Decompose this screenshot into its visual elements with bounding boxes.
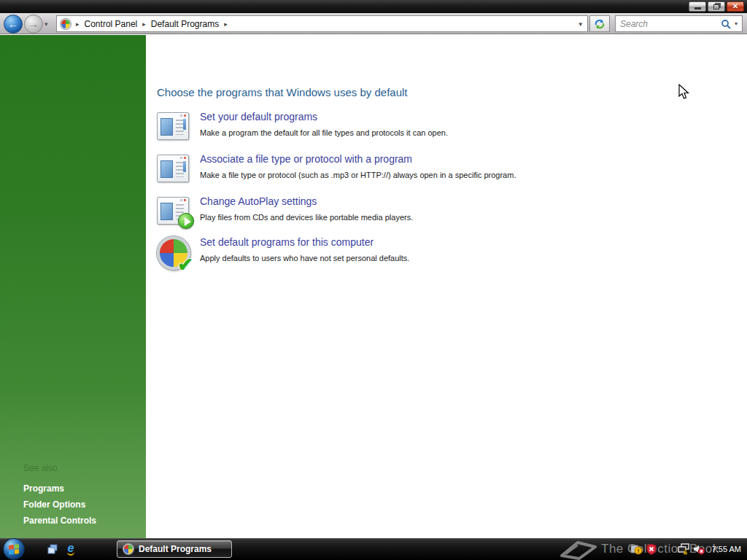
- page-title: Choose the programs that Windows uses by…: [157, 86, 408, 98]
- default-programs-window-icon: [157, 112, 189, 140]
- window-titlebar: ✕: [0, 0, 747, 13]
- quick-launch-switch-windows-button[interactable]: [46, 542, 59, 556]
- taskbar: e Default Programs The Collection Book !: [0, 538, 747, 560]
- task-description: Play files from CDs and devices like por…: [200, 213, 413, 222]
- close-button[interactable]: ✕: [727, 1, 744, 12]
- search-options-dropdown-icon[interactable]: ▾: [735, 20, 738, 27]
- sidebar-link-parental-controls[interactable]: Parental Controls: [23, 516, 96, 526]
- taskbar-clock[interactable]: 7:55 AM: [712, 538, 741, 560]
- breadcrumb-arrow-icon[interactable]: ▸: [219, 20, 233, 28]
- address-bar[interactable]: ▸ Control Panel ▸ Default Programs ▸ ▾: [56, 15, 588, 32]
- minimize-icon: [694, 7, 701, 9]
- taskbar-button-default-programs[interactable]: Default Programs: [117, 540, 232, 558]
- window-icon-dots: [184, 114, 186, 117]
- refresh-icon: [594, 19, 605, 29]
- autoplay-window-icon: [157, 197, 189, 225]
- svg-text:!: !: [638, 548, 640, 554]
- breadcrumb-control-panel[interactable]: Control Panel: [85, 19, 138, 29]
- window-controls: ✕: [689, 1, 744, 12]
- back-button[interactable]: ←: [4, 15, 23, 34]
- recent-pages-dropdown[interactable]: ▾: [44, 20, 48, 28]
- task-link[interactable]: Associate a file type or protocol with a…: [200, 153, 412, 165]
- default-programs-icon: [123, 544, 133, 554]
- computer-defaults-pinwheel-icon: ✔: [157, 236, 190, 270]
- task-description: Make a program the default for all file …: [200, 128, 448, 137]
- window-icon-dots: [184, 199, 186, 201]
- task-description: Make a file type or protocol (such as .m…: [200, 171, 516, 179]
- task-link[interactable]: Change AutoPlay settings: [200, 195, 317, 207]
- collection-book-logo-icon: [556, 538, 601, 560]
- default-programs-window-icon: [157, 155, 189, 182]
- window-icon-scrollbar: [183, 119, 186, 130]
- tray-update-alert-icon[interactable]: !: [630, 543, 642, 555]
- close-icon: ✕: [732, 3, 738, 10]
- taskbar-button-label: Default Programs: [139, 544, 212, 554]
- window-icon-document: [160, 160, 173, 178]
- quick-launch-internet-explorer-button[interactable]: e: [64, 542, 77, 556]
- task-link[interactable]: Set default programs for this computer: [200, 236, 374, 248]
- sidebar-green-pane: See also Programs Folder Options Parenta…: [0, 35, 146, 538]
- sidebar-link-folder-options[interactable]: Folder Options: [23, 499, 85, 510]
- window-icon-document: [160, 203, 173, 220]
- back-arrow-icon: ←: [8, 18, 18, 30]
- svg-text:!: !: [684, 550, 686, 555]
- windows-flag-icon: [9, 544, 19, 554]
- maximize-button[interactable]: [708, 1, 725, 12]
- sidebar-link-programs[interactable]: Programs: [23, 483, 64, 494]
- navigation-bar: ← → ▾ ▸ Control Panel ▸ Default Programs…: [0, 13, 747, 34]
- start-button[interactable]: [3, 538, 25, 560]
- forward-button[interactable]: →: [24, 15, 43, 34]
- breadcrumb-arrow-icon[interactable]: ▸: [71, 20, 85, 28]
- search-icon[interactable]: [721, 19, 731, 29]
- task-link[interactable]: Set your default programs: [200, 111, 317, 122]
- see-also-heading: See also: [23, 463, 58, 473]
- breadcrumb-arrow-icon[interactable]: ▸: [137, 20, 151, 28]
- address-dropdown-icon[interactable]: ▾: [578, 20, 584, 28]
- maximize-icon: [713, 4, 719, 9]
- tray-network-warning-icon[interactable]: !: [678, 543, 689, 555]
- search-input[interactable]: [620, 19, 721, 29]
- forward-arrow-icon: →: [28, 18, 39, 30]
- window-icon-document: [160, 118, 173, 136]
- window-icon-scrollbar: [183, 161, 186, 172]
- default-programs-favicon: [61, 19, 71, 29]
- window-icon-dots: [184, 157, 186, 159]
- search-box[interactable]: ▾: [615, 15, 743, 32]
- task-description: Apply defaults to users who have not set…: [200, 254, 409, 262]
- switch-windows-icon: [47, 543, 58, 555]
- main-area: See also Programs Folder Options Parenta…: [0, 35, 747, 538]
- internet-explorer-icon: e: [67, 542, 75, 556]
- mouse-cursor: [678, 84, 689, 100]
- tray-security-alert-shield-icon[interactable]: [646, 543, 657, 555]
- breadcrumb-default-programs[interactable]: Default Programs: [151, 19, 219, 29]
- minimize-button[interactable]: [689, 1, 706, 12]
- vista-control-panel-window: ✕ ← → ▾ ▸ Control Panel ▸ Default Progra…: [0, 0, 747, 560]
- autoplay-play-icon: [178, 213, 194, 229]
- check-icon: ✔: [177, 255, 193, 274]
- refresh-button[interactable]: [589, 15, 610, 32]
- system-tray: ! !: [630, 543, 705, 555]
- tray-volume-muted-icon[interactable]: [693, 543, 705, 555]
